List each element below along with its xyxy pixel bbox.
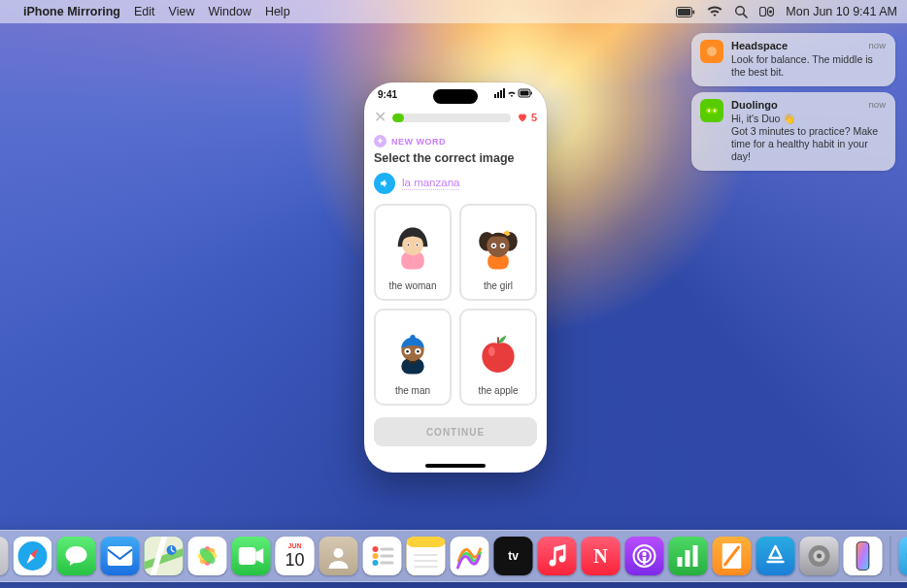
dock-app-numbers[interactable] xyxy=(669,537,708,575)
option-label: the woman xyxy=(389,280,437,291)
option-label: the apple xyxy=(478,385,518,396)
svg-rect-70 xyxy=(381,548,394,551)
svg-rect-2 xyxy=(693,10,695,14)
svg-rect-84 xyxy=(686,550,690,567)
notification-message: Look for balance. The middle is the best… xyxy=(731,53,887,79)
notification-time: now xyxy=(869,99,886,110)
desktop: iPhone Mirroring Edit View Window Help M… xyxy=(0,0,907,588)
notification-duolingo[interactable]: Duolingo Hi, it's Duo 👋 Got 3 minutes to… xyxy=(691,92,895,171)
dock-app-notes[interactable] xyxy=(407,537,446,575)
dock-app-podcasts[interactable] xyxy=(625,537,664,575)
spotlight-icon[interactable] xyxy=(734,5,748,18)
notification-headspace[interactable]: Headspace Look for balance. The middle i… xyxy=(691,33,895,86)
svg-point-25 xyxy=(417,245,419,246)
option-card-girl[interactable]: the girl xyxy=(459,204,537,301)
svg-point-32 xyxy=(492,245,494,246)
dock-app-maps[interactable] xyxy=(145,537,184,575)
svg-point-33 xyxy=(501,245,503,246)
dock-app-photos[interactable] xyxy=(188,537,227,575)
svg-rect-5 xyxy=(760,8,766,16)
notification-time: now xyxy=(869,40,886,50)
svg-point-8 xyxy=(707,47,717,56)
svg-point-90 xyxy=(817,554,822,559)
dock-app-messages[interactable] xyxy=(57,537,96,575)
notification-subtitle: Hi, it's Duo 👋 xyxy=(731,113,887,125)
battery-icon[interactable] xyxy=(676,7,695,17)
duolingo-icon xyxy=(700,99,723,122)
option-label: the man xyxy=(395,385,430,396)
notification-message: Got 3 minutes to practice? Make time for… xyxy=(731,125,887,163)
svg-point-36 xyxy=(410,335,415,340)
dock-app-music[interactable] xyxy=(538,537,577,575)
svg-point-68 xyxy=(334,548,344,558)
woman-illustration xyxy=(386,220,439,277)
menubar-clock[interactable]: Mon Jun 10 9:41 AM xyxy=(786,5,897,18)
new-word-pill: ✦ NEW WORD xyxy=(374,135,446,147)
close-icon[interactable]: ✕ xyxy=(374,110,386,125)
dock-app-calendar[interactable]: JUN10 xyxy=(276,537,315,575)
dock-app-pages[interactable] xyxy=(713,537,752,575)
dock-app-contacts[interactable] xyxy=(319,537,358,575)
headspace-icon xyxy=(700,40,723,63)
hearts-count: 5 xyxy=(531,112,537,123)
menubar-app-name[interactable]: iPhone Mirroring xyxy=(23,5,120,18)
notification-stack: Headspace Look for balance. The middle i… xyxy=(691,33,895,171)
option-label: the girl xyxy=(484,280,513,291)
option-card-man[interactable]: the man xyxy=(374,309,452,406)
dock-app-tv[interactable]: tv xyxy=(494,537,533,575)
svg-point-29 xyxy=(487,235,509,257)
dock-app-downloads[interactable] xyxy=(899,537,908,575)
svg-rect-74 xyxy=(381,562,394,565)
dock-app-mail[interactable] xyxy=(101,537,140,575)
svg-rect-72 xyxy=(381,555,394,558)
dock-app-news[interactable]: N xyxy=(582,537,621,575)
dock-app-settings[interactable] xyxy=(800,537,839,575)
svg-rect-18 xyxy=(521,91,529,96)
hearts-counter[interactable]: 5 xyxy=(517,112,537,123)
svg-rect-19 xyxy=(531,92,532,95)
svg-point-69 xyxy=(373,546,379,552)
wifi-icon[interactable] xyxy=(707,6,722,17)
dock-app-iphone-mirroring[interactable] xyxy=(844,537,883,575)
menubar-item-view[interactable]: View xyxy=(169,5,195,18)
lesson-prompt: Select the correct image xyxy=(374,151,537,165)
svg-rect-67 xyxy=(239,547,256,565)
dock-app-reminders[interactable] xyxy=(363,537,402,575)
dock-app-launchpad[interactable] xyxy=(0,537,9,575)
svg-rect-13 xyxy=(494,94,496,98)
dock-separator xyxy=(890,537,891,575)
phone-home-indicator[interactable] xyxy=(425,464,486,468)
target-word[interactable]: la manzana xyxy=(402,177,459,190)
notification-title: Duolingo xyxy=(731,99,887,113)
menubar-item-window[interactable]: Window xyxy=(208,5,251,18)
dock-app-freeform[interactable] xyxy=(451,537,489,575)
svg-line-4 xyxy=(744,14,748,17)
svg-rect-16 xyxy=(503,88,505,98)
svg-point-12 xyxy=(714,110,716,112)
svg-rect-14 xyxy=(497,92,499,98)
option-card-woman[interactable]: the woman xyxy=(374,204,452,301)
menubar: iPhone Mirroring Edit View Window Help M… xyxy=(0,0,907,23)
svg-point-71 xyxy=(373,553,379,559)
dock-app-facetime[interactable] xyxy=(232,537,271,575)
svg-rect-1 xyxy=(678,9,690,16)
svg-rect-42 xyxy=(497,337,499,343)
menubar-item-edit[interactable]: Edit xyxy=(134,5,155,18)
option-card-apple[interactable]: the apple xyxy=(459,309,537,406)
phone-status-icons xyxy=(494,88,533,100)
dock: JUN10tvN xyxy=(0,530,907,582)
apple-illustration xyxy=(472,325,524,381)
svg-point-82 xyxy=(642,552,646,556)
svg-point-40 xyxy=(417,350,420,353)
svg-rect-60 xyxy=(108,546,133,566)
menubar-item-help[interactable]: Help xyxy=(265,5,290,18)
dock-app-appstore[interactable] xyxy=(756,537,795,575)
control-center-icon[interactable] xyxy=(759,7,774,16)
dock-app-safari[interactable] xyxy=(14,537,52,575)
svg-rect-15 xyxy=(500,90,502,98)
continue-button[interactable]: CONTINUE xyxy=(374,417,537,446)
notification-title: Headspace xyxy=(731,40,887,53)
iphone-mirror-window[interactable]: 9:41 ✕ 5 ✦ NEW WORD xyxy=(364,82,547,473)
sparkle-icon: ✦ xyxy=(374,135,386,147)
speaker-button[interactable] xyxy=(374,173,395,194)
